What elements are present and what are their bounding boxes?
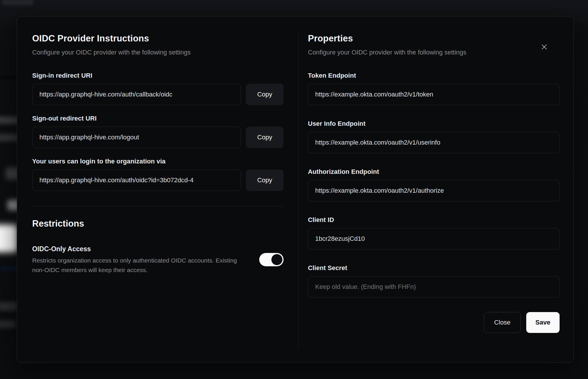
input-row: Copy	[32, 127, 284, 148]
copy-sign-in-button[interactable]: Copy	[246, 84, 284, 105]
sign-out-redirect-label: Sign-out redirect URI	[32, 114, 284, 123]
oidc-only-access-label: OIDC-Only Access	[32, 245, 252, 253]
background-artifact	[0, 320, 16, 328]
authorization-endpoint-field: Authorization Endpoint	[308, 168, 560, 201]
sign-in-redirect-field: Sign-in redirect URI Copy	[32, 72, 284, 105]
background-artifact	[0, 76, 17, 79]
input-row: Copy	[32, 84, 284, 105]
sign-in-redirect-label: Sign-in redirect URI	[32, 72, 284, 80]
user-info-endpoint-label: User Info Endpoint	[308, 120, 560, 128]
login-url-label: Your users can login to the organization…	[32, 157, 284, 165]
oidc-only-access-description: Restricts organization access to only au…	[32, 256, 241, 275]
sign-out-redirect-field: Sign-out redirect URI Copy	[32, 114, 284, 148]
background-artifact	[2, 0, 34, 5]
oidc-provider-dialog: OIDC Provider Instructions Configure you…	[17, 16, 574, 363]
input-row: Copy	[32, 170, 284, 191]
login-url-input[interactable]	[32, 170, 241, 191]
login-url-field: Your users can login to the organization…	[32, 157, 284, 191]
instructions-title: OIDC Provider Instructions	[32, 33, 284, 44]
restrictions-title: Restrictions	[32, 218, 284, 229]
client-secret-label: Client Secret	[308, 264, 560, 272]
background-highlight-artifact	[0, 225, 18, 252]
instructions-column: OIDC Provider Instructions Configure you…	[32, 33, 284, 349]
section-divider	[32, 206, 284, 206]
authorization-endpoint-label: Authorization Endpoint	[308, 168, 560, 176]
client-id-label: Client ID	[308, 216, 560, 224]
token-endpoint-input[interactable]	[308, 84, 560, 105]
client-secret-input[interactable]	[308, 276, 560, 298]
dialog-footer: Close Save	[308, 312, 560, 333]
properties-subtitle: Configure your OIDC provider with the fo…	[308, 48, 560, 57]
copy-sign-out-button[interactable]: Copy	[246, 127, 284, 148]
oidc-only-access-toggle[interactable]	[259, 253, 284, 266]
properties-column: Properties Configure your OIDC provider …	[298, 33, 560, 349]
background-artifact	[0, 265, 18, 271]
client-id-field: Client ID	[308, 216, 560, 249]
close-button[interactable]: Close	[484, 312, 520, 333]
oidc-only-access-row: OIDC-Only Access Restricts organization …	[32, 245, 284, 275]
oidc-only-access-text: OIDC-Only Access Restricts organization …	[32, 245, 252, 275]
user-info-endpoint-input[interactable]	[308, 132, 560, 153]
token-endpoint-label: Token Endpoint	[308, 72, 560, 80]
user-info-endpoint-field: User Info Endpoint	[308, 120, 560, 153]
authorization-endpoint-input[interactable]	[308, 180, 560, 201]
close-icon[interactable]	[540, 43, 548, 51]
toggle-knob	[271, 254, 282, 265]
copy-login-url-button[interactable]: Copy	[246, 170, 284, 191]
save-button[interactable]: Save	[526, 312, 560, 333]
client-id-input[interactable]	[308, 228, 560, 249]
instructions-subtitle: Configure your OIDC provider with the fo…	[32, 48, 284, 57]
token-endpoint-field: Token Endpoint	[308, 72, 560, 105]
properties-title: Properties	[308, 33, 560, 44]
sign-out-redirect-input[interactable]	[32, 127, 241, 148]
client-secret-field: Client Secret	[308, 264, 560, 298]
background-artifact	[0, 302, 18, 311]
sign-in-redirect-input[interactable]	[32, 84, 241, 105]
